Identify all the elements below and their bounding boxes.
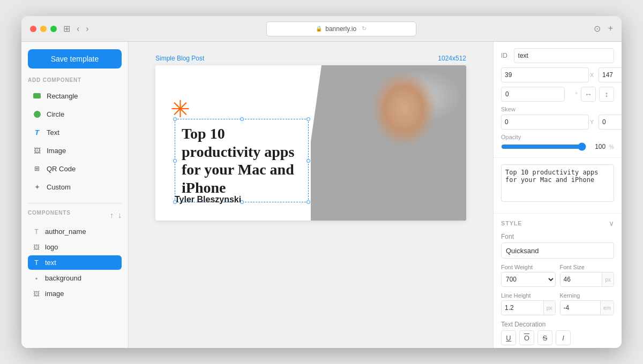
style-header: STYLE ∨ [501, 219, 614, 228]
id-input[interactable] [514, 48, 614, 63]
overline-button[interactable]: O [519, 330, 534, 345]
image-icon: 🖼 [32, 146, 42, 155]
skew-y-unit: Y [590, 119, 596, 125]
right-panel: ID X Y ° [493, 42, 622, 348]
line-height-input[interactable] [502, 304, 543, 312]
handle-tc[interactable] [240, 117, 244, 121]
add-qr-button[interactable]: ⊞ QR Code [28, 160, 122, 177]
add-component-label: ADD COMPONENT [28, 77, 122, 83]
components-label: COMPONENTS [28, 210, 71, 216]
clock-icon[interactable]: ⊙ [594, 24, 601, 34]
text-content-input[interactable]: Top 10 productivity apps for your Mac an… [501, 164, 614, 202]
component-logo[interactable]: 🖼 logo [28, 240, 122, 254]
skew-row: Y X [501, 115, 614, 130]
save-template-button[interactable]: Save template [28, 49, 122, 69]
rotation-unit: ° [568, 91, 578, 97]
add-rectangle-button[interactable]: Rectangle [28, 87, 122, 104]
author-name-icon: T [32, 228, 41, 236]
maximize-button[interactable] [50, 26, 57, 32]
line-height-unit: px [543, 301, 555, 315]
id-label: ID [501, 52, 511, 59]
minimize-button[interactable] [40, 26, 47, 32]
traffic-lights [30, 26, 57, 32]
qr-icon: ⊞ [32, 164, 42, 173]
custom-label: Custom [47, 183, 71, 191]
skew-y-input[interactable] [599, 115, 622, 130]
add-circle-button[interactable]: Circle [28, 105, 122, 123]
opacity-slider[interactable] [501, 142, 586, 151]
y-input[interactable] [599, 67, 622, 82]
rectangle-label: Rectangle [47, 92, 78, 100]
text-list-icon: T [32, 259, 41, 267]
components-header: COMPONENTS ↑ ↓ [28, 210, 122, 220]
handle-tr[interactable] [306, 117, 310, 121]
logo-icon: 🖼 [32, 244, 41, 251]
new-tab-icon[interactable]: + [608, 24, 613, 34]
sidebar-toggle-icon[interactable]: ⊞ [63, 24, 70, 34]
component-background[interactable]: ▪ background [28, 271, 122, 285]
nav-forward-icon[interactable]: › [86, 24, 88, 34]
component-text[interactable]: T text [28, 255, 122, 270]
reload-icon[interactable]: ↻ [362, 25, 367, 32]
strikethrough-button[interactable]: S [537, 330, 552, 345]
style-chevron-icon[interactable]: ∨ [609, 219, 614, 228]
italic-button[interactable]: I [556, 330, 571, 345]
text-decoration-row: U O S I [501, 330, 614, 345]
logo-label: logo [45, 243, 58, 251]
text-list-label: text [45, 259, 56, 267]
canvas[interactable]: ✳ Top 10 productivity apps for your Mac … [155, 65, 466, 221]
y-group: Y [599, 67, 622, 82]
reorder-arrows[interactable]: ↑ ↓ [110, 211, 122, 219]
id-row: ID [501, 48, 614, 63]
nav-back-icon[interactable]: ‹ [77, 24, 79, 34]
skew-x-input[interactable] [501, 115, 589, 130]
line-height-kerning-row: Line Height px Kerning em [501, 292, 614, 315]
rectangle-icon [32, 91, 42, 101]
main-layout: Save template ADD COMPONENT Rectangle Ci… [21, 42, 622, 348]
lock-icon: 🔒 [316, 26, 322, 32]
font-weight-select[interactable]: 700 400 600 [501, 272, 556, 287]
kerning-input[interactable] [560, 304, 601, 312]
image-list-label: image [45, 290, 64, 298]
add-custom-button[interactable]: ✦ Custom [28, 178, 122, 195]
font-weight-label: Font Weight [501, 264, 556, 270]
kerning-unit: em [600, 301, 614, 315]
font-size-input[interactable] [560, 276, 602, 283]
background-label: background [45, 274, 81, 282]
x-label: X [590, 72, 596, 78]
text-component[interactable]: Top 10 productivity apps for your Mac an… [175, 119, 309, 202]
rotation-input[interactable] [501, 87, 565, 102]
image-list-icon: 🖼 [32, 290, 41, 298]
font-input[interactable] [501, 242, 614, 259]
template-name: Simple Blog Post [155, 55, 204, 62]
flip-v-button[interactable]: ↕ [599, 87, 614, 102]
arrow-up-icon[interactable]: ↑ [110, 211, 114, 219]
add-image-button[interactable]: 🖼 Image [28, 142, 122, 159]
arrow-down-icon[interactable]: ↓ [118, 211, 122, 219]
font-size-label: Font Size [560, 264, 615, 270]
handle-tl[interactable] [173, 117, 177, 121]
kerning-label: Kerning [560, 292, 615, 299]
left-panel: Save template ADD COMPONENT Rectangle Ci… [21, 42, 129, 348]
component-author-name[interactable]: T author_name [28, 224, 122, 239]
font-label: Font [501, 233, 614, 240]
canvas-area: Simple Blog Post 1024x512 ✳ [129, 42, 493, 348]
url-bar[interactable]: 🔒 bannerly.io ↻ [266, 21, 416, 36]
canvas-headline-text: Top 10 productivity apps for your Mac an… [182, 125, 302, 196]
author-name-label: author_name [45, 228, 86, 236]
kerning-col: Kerning em [560, 292, 615, 315]
flip-h-button[interactable]: ↔ [581, 87, 596, 102]
add-text-button[interactable]: T Text [28, 124, 122, 141]
canvas-author-text: Tyler Bleszynski [175, 195, 241, 204]
opacity-label: Opacity [501, 134, 614, 140]
handle-ml[interactable] [173, 159, 177, 163]
font-size-input-group: px [560, 272, 615, 287]
divider [28, 203, 122, 203]
x-input[interactable] [501, 67, 589, 82]
component-image[interactable]: 🖼 image [28, 286, 122, 301]
text-type-icon: T [32, 127, 42, 137]
line-height-label: Line Height [501, 292, 556, 299]
underline-button[interactable]: U [501, 330, 516, 345]
close-button[interactable] [30, 26, 36, 32]
kerning-input-group: em [560, 300, 615, 315]
